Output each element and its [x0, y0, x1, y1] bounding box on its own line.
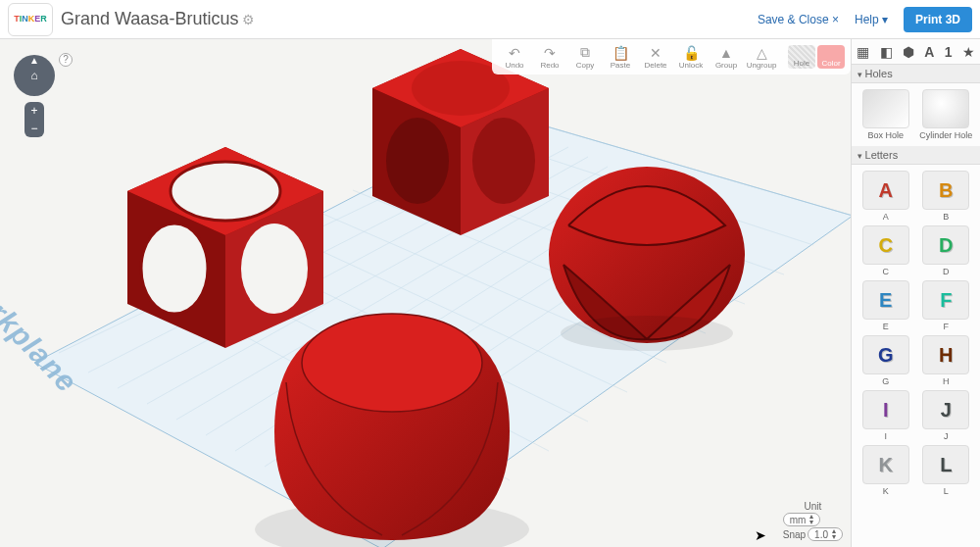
- project-title: Grand Waasa-Bruticus: [61, 9, 238, 29]
- shapes-sidebar: ▦ ◧ ⬢ A 1 ★ Holes Box Hole Cylinder Hole…: [851, 39, 980, 547]
- shape-letter-L[interactable]: LL: [918, 445, 975, 496]
- color-swatch[interactable]: Color: [817, 45, 845, 69]
- shape-box-hole[interactable]: Box Hole: [858, 89, 914, 140]
- paste-button[interactable]: 📋Paste: [604, 45, 637, 70]
- shape-letter-K[interactable]: KK: [858, 445, 914, 496]
- delete-button[interactable]: ✕Delete: [639, 45, 672, 70]
- letters-grid: AABBCCDDEEFFGGHHIIJJKKLL: [852, 165, 980, 502]
- star-icon[interactable]: ★: [962, 44, 975, 60]
- view-navigator: ? + −: [14, 55, 55, 137]
- edit-toolbar: ↶Undo ↷Redo ⧉Copy 📋Paste ✕Delete 🔓Unlock…: [492, 39, 851, 75]
- globe-icon[interactable]: ⬢: [903, 44, 914, 60]
- category-holes-header[interactable]: Holes: [852, 65, 980, 83]
- sidebar-tabs: ▦ ◧ ⬢ A 1 ★: [852, 39, 980, 65]
- shape-letter-B[interactable]: BB: [918, 171, 975, 222]
- snap-select[interactable]: 1.0▴▾: [808, 527, 843, 541]
- print-3d-button[interactable]: Print 3D: [904, 7, 972, 32]
- svg-point-38: [561, 316, 733, 351]
- shape-cylinder-hole[interactable]: Cylinder Hole: [918, 89, 975, 140]
- shape-letter-E[interactable]: EE: [858, 280, 914, 331]
- unit-select[interactable]: mm▴▾: [783, 513, 821, 526]
- category-letters-header[interactable]: Letters: [852, 146, 980, 165]
- copy-button[interactable]: ⧉Copy: [568, 44, 602, 70]
- unit-snap-panel: Unit mm▴▾ Snap 1.0▴▾: [783, 501, 843, 541]
- shape-letter-J[interactable]: JJ: [918, 390, 975, 441]
- svg-point-26: [472, 118, 535, 204]
- unit-label: Unit: [783, 501, 843, 512]
- shape-letter-C[interactable]: CC: [858, 225, 914, 276]
- header: TIN KER Grand Waasa-Bruticus ⚙ Save & Cl…: [0, 0, 980, 39]
- settings-gear-icon[interactable]: ⚙: [242, 12, 255, 27]
- shape-letter-G[interactable]: GG: [858, 335, 914, 386]
- cube-icon[interactable]: ◧: [880, 44, 893, 60]
- holes-grid: Box Hole Cylinder Hole: [852, 83, 980, 146]
- hole-swatch[interactable]: Hole: [788, 45, 815, 69]
- shape-sphere-segmented[interactable]: [549, 167, 745, 351]
- snap-label: Snap: [783, 529, 806, 540]
- shape-letter-D[interactable]: DD: [918, 225, 975, 276]
- shape-letter-A[interactable]: AA: [858, 171, 914, 222]
- shape-letter-F[interactable]: FF: [918, 280, 975, 331]
- text-1-icon[interactable]: 1: [945, 44, 953, 60]
- ungroup-button[interactable]: △Ungroup: [745, 45, 778, 70]
- app-logo[interactable]: TIN KER: [8, 3, 53, 36]
- text-A-icon[interactable]: A: [924, 44, 934, 60]
- shape-letter-I[interactable]: II: [858, 390, 914, 441]
- svg-point-33: [241, 224, 308, 314]
- svg-point-25: [386, 118, 449, 204]
- shape-cube-solid[interactable]: [372, 49, 549, 235]
- workplane-viewport[interactable]: Workplane: [0, 39, 851, 547]
- save-close-link[interactable]: Save & Close ×: [758, 13, 839, 26]
- cursor-icon: ➤: [755, 527, 766, 543]
- zoom-out-button[interactable]: −: [24, 120, 44, 137]
- help-icon[interactable]: ?: [59, 53, 73, 67]
- grid-icon[interactable]: ▦: [857, 44, 869, 60]
- unlock-button[interactable]: 🔓Unlock: [674, 45, 708, 70]
- help-link[interactable]: Help ▾: [855, 13, 888, 26]
- orbit-compass[interactable]: [14, 55, 55, 96]
- redo-button[interactable]: ↷Redo: [533, 45, 566, 70]
- shape-letter-H[interactable]: HH: [918, 335, 975, 386]
- undo-button[interactable]: ↶Undo: [498, 45, 531, 70]
- group-button[interactable]: ▲Group: [710, 45, 743, 70]
- zoom-in-button[interactable]: +: [24, 102, 44, 120]
